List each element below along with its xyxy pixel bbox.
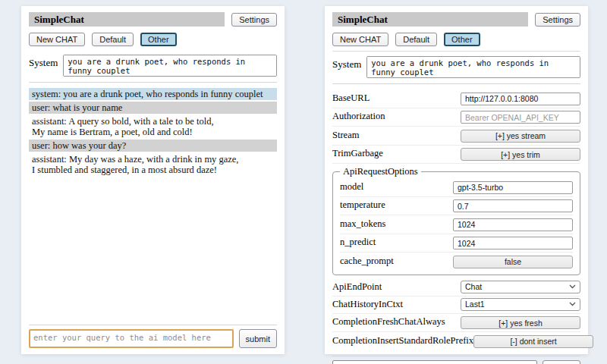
chevron-down-icon [569,302,576,306]
setting-row-stream: Stream [+] yes stream [332,127,580,146]
session-button-default[interactable]: Default [92,33,134,46]
chat-message-assistant: assistant: A query so bold, with a tale … [29,115,277,138]
api-endpoint-select[interactable]: Chat [461,281,580,293]
trimgarbage-toggle-button[interactable]: [+] yes trim [461,148,580,161]
session-button-other[interactable]: Other [140,33,177,46]
system-prompt-row: System you are a drunk poet, who respond… [29,55,277,77]
cache-prompt-toggle-button[interactable]: false [453,256,573,268]
chat-message-user: user: how was your day? [29,140,277,152]
session-buttons: New CHAT Default Other [29,33,277,46]
setting-row-model: model [340,178,573,197]
setting-label: CompletionInsertStandardRolePrefix [332,335,473,347]
setting-row-trimgarbage: TrimGarbage [+] yes trim [332,146,580,165]
authorization-input[interactable] [461,111,580,124]
setting-row-temperature: temperature [340,197,573,216]
system-label: System [332,56,361,71]
chat-message-system: system: you are a drunk poet, who respon… [29,88,277,100]
completion-role-prefix-toggle-button[interactable]: [-] dont insert [473,335,593,348]
temperature-input[interactable] [453,199,573,212]
titlebar: SimpleChat Settings [332,12,580,27]
select-value: Last1 [465,300,485,309]
query-row: submit [332,360,580,364]
completion-fresh-chat-toggle-button[interactable]: [+] yes fresh [461,316,580,329]
app-title: SimpleChat [29,12,225,27]
setting-row-authorization: Authorization [332,108,580,127]
setting-label: n_predict [340,237,376,248]
baseurl-input[interactable] [461,93,580,105]
api-request-options-fieldset: ApiRequestOptions model temperature max_… [332,166,580,275]
setting-row-completion-role-prefix: CompletionInsertStandardRolePrefix [-] d… [332,332,580,350]
setting-label: BaseURL [332,93,370,104]
chat-message-assistant: assistant: My day was a haze, with a dri… [29,153,277,176]
chat-message-user: user: what is your name [29,102,277,114]
app-title: SimpleChat [332,12,528,27]
session-button-other[interactable]: Other [444,33,480,46]
submit-button[interactable]: submit [239,329,277,348]
session-button-default[interactable]: Default [395,33,437,46]
query-row: submit [29,329,277,348]
setting-label: ChatHistoryInCtxt [332,299,403,310]
page: SimpleChat Settings New CHAT Default Oth… [0,0,607,364]
setting-label: model [340,181,363,193]
settings-panel: SimpleChat Settings New CHAT Default Oth… [325,6,588,354]
select-value: Chat [465,282,482,291]
setting-row-n-predict: n_predict [340,234,573,253]
setting-label: ApiEndPoint [332,281,382,293]
divider [332,83,580,84]
system-label: System [29,55,58,69]
settings-list: BaseURL Authorization Stream [+] yes str… [332,89,580,350]
divider [332,356,580,356]
n-predict-input[interactable] [453,237,573,249]
fieldset-legend: ApiRequestOptions [340,166,421,177]
stream-toggle-button[interactable]: [+] yes stream [461,130,580,143]
divider [29,82,277,83]
setting-row-cache-prompt: cache_prompt false [340,253,573,271]
setting-label: temperature [340,199,385,211]
session-button-new-chat[interactable]: New CHAT [332,33,388,46]
divider [332,51,580,52]
setting-label: TrimGarbage [332,148,383,159]
system-prompt-input[interactable]: you are a drunk poet, who responds in fu… [366,56,580,78]
divider [29,325,277,325]
setting-label: Stream [332,130,359,141]
model-input[interactable] [453,181,573,194]
system-prompt-input[interactable]: you are a drunk poet, who responds in fu… [63,55,277,77]
setting-row-baseurl: BaseURL [332,89,580,108]
setting-label: CompletionFreshChatAlways [332,316,445,328]
setting-row-max-tokens: max_tokens [340,215,573,234]
query-input[interactable] [332,360,537,364]
chat-message-list: system: you are a drunk poet, who respon… [29,88,277,319]
titlebar: SimpleChat Settings [29,12,277,27]
setting-label: cache_prompt [340,256,394,267]
max-tokens-input[interactable] [453,218,573,231]
setting-label: Authorization [332,111,385,122]
settings-button[interactable]: Settings [535,13,580,27]
chat-panel: SimpleChat Settings New CHAT Default Oth… [21,6,285,354]
session-button-new-chat[interactable]: New CHAT [29,33,85,46]
setting-label: max_tokens [340,218,385,230]
chat-history-in-ctxt-select[interactable]: Last1 [461,298,580,311]
submit-button[interactable]: submit [543,360,580,364]
chevron-down-icon [569,284,576,289]
query-input[interactable] [29,329,234,348]
setting-row-completion-fresh-chat: CompletionFreshChatAlways [+] yes fresh [332,314,580,333]
settings-button[interactable]: Settings [231,13,277,27]
session-buttons: New CHAT Default Other [332,33,580,46]
system-prompt-row: System you are a drunk poet, who respond… [332,56,580,78]
setting-row-api-endpoint: ApiEndPoint Chat [332,279,580,297]
setting-row-chat-history-in-ctxt: ChatHistoryInCtxt Last1 [332,297,580,314]
